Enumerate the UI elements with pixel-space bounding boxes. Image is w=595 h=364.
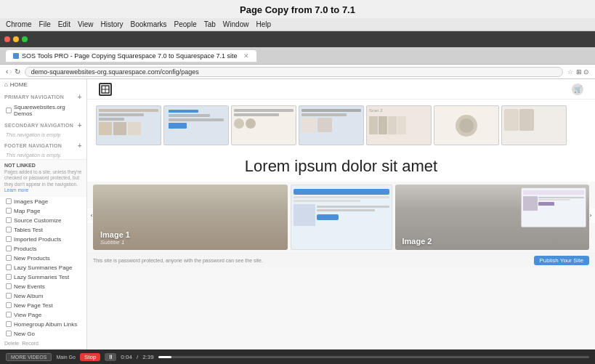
sidebar-page-item[interactable]: New Events: [0, 282, 86, 291]
footer-nav-label: FOOTER NAVIGATION: [4, 143, 62, 148]
sidebar-page-item[interactable]: New Products: [0, 254, 86, 263]
secondary-nav-header: SECONDARY NAVIGATION +: [0, 118, 86, 131]
page-label: Lazy Summaries Page: [14, 264, 72, 271]
sidebar-page-item[interactable]: New Album: [0, 291, 86, 301]
gallery-thumb-3[interactable]: [231, 105, 296, 145]
sidebar-item-squarespace[interactable]: Squarewebsites.org Demos: [0, 102, 86, 118]
password-note: This site is password protected, anyone …: [93, 258, 263, 263]
pause-button[interactable]: ⏸: [105, 353, 116, 361]
primary-nav-add-button[interactable]: +: [78, 93, 82, 101]
not-linked-desc: Pages added to a site, unless they're ch…: [4, 169, 82, 194]
gallery-thumb-2[interactable]: [163, 105, 229, 145]
page-icon: [6, 108, 12, 113]
bookmark-icon[interactable]: ☆: [567, 68, 573, 76]
sidebar-page-item[interactable]: Imported Products: [0, 235, 86, 244]
page-label: New Album: [14, 293, 43, 299]
page-icon: [6, 283, 12, 289]
image-card-1-inner: Image 1 Subtitle 1: [93, 226, 137, 250]
sidebar-page-item[interactable]: Lazy Summaries Test: [0, 272, 86, 282]
page-icon: [6, 293, 12, 299]
gallery-thumb-6[interactable]: [434, 105, 499, 145]
gallery-thumb-1[interactable]: [96, 105, 161, 145]
back-icon[interactable]: ‹: [6, 68, 8, 76]
record-label[interactable]: Record: [22, 341, 39, 346]
minimize-button[interactable]: [13, 36, 19, 42]
page-icon: [6, 302, 12, 308]
menu-people[interactable]: People: [174, 20, 197, 28]
footer-nav-empty-text: This navigation is empty.: [6, 153, 62, 158]
browser-chrome: [0, 31, 595, 47]
menu-history[interactable]: History: [100, 20, 123, 28]
bottom-toolbar: MORE VIDEOS Main Go Stop ⏸ 0:04 / 2:39: [0, 349, 595, 364]
learn-more-link[interactable]: Learn more: [4, 187, 28, 193]
page-icon: [6, 198, 12, 204]
card2-screenshot: [521, 187, 586, 227]
menu-window[interactable]: Window: [223, 20, 249, 28]
page-icon: [6, 274, 12, 280]
page-label: Homegroup Album Links: [14, 321, 77, 328]
sidebar-page-item[interactable]: Lazy Summaries Page: [0, 263, 86, 272]
menu-chrome[interactable]: Chrome: [6, 20, 32, 28]
page-icon: [6, 312, 12, 318]
secondary-nav-add-button[interactable]: +: [78, 121, 82, 129]
sidebar-page-item[interactable]: New Page Test: [0, 301, 86, 310]
sidebar-page-item[interactable]: Tables Test: [0, 225, 86, 235]
gallery-thumb-4[interactable]: [299, 105, 364, 145]
page-label: New Go: [14, 331, 35, 337]
sidebar-page-item[interactable]: Homegroup Album Links: [0, 320, 86, 329]
tab-close-icon[interactable]: ✕: [243, 52, 249, 60]
heading-text: Lorem ipsum dolor sit amet: [245, 157, 437, 175]
progress-bar[interactable]: [158, 356, 589, 358]
page-label: Products: [14, 246, 37, 252]
main-go-label: Main Go: [56, 355, 75, 360]
cart-icon[interactable]: 🛒: [572, 84, 583, 95]
sidebar-page-item[interactable]: New Go: [0, 329, 86, 339]
gallery-strip: ‹: [87, 100, 595, 151]
footer-nav-add-button[interactable]: +: [78, 142, 82, 150]
menu-edit[interactable]: Edit: [58, 20, 70, 28]
gallery-thumb-5[interactable]: Scan 2: [366, 105, 432, 145]
time-total: 2:39: [142, 354, 154, 360]
menu-tab[interactable]: Tab: [204, 20, 216, 28]
menu-help[interactable]: Help: [256, 20, 271, 28]
menu-bookmarks[interactable]: Bookmarks: [131, 20, 167, 28]
page-icon: [6, 255, 12, 261]
image-card-2[interactable]: Image 2: [395, 185, 590, 250]
extension-icon[interactable]: ⊞: [576, 68, 582, 76]
maximize-button[interactable]: [22, 36, 28, 42]
profile-icon[interactable]: ⊙: [583, 68, 589, 76]
sidebar-home[interactable]: ⌂ HOME: [0, 79, 86, 90]
sidebar-pages-list: Images PageMap PageSource CustomizeTable…: [0, 197, 86, 339]
window-title: Page Copy from 7.0 to 7.1: [0, 0, 595, 18]
sidebar-page-item[interactable]: Source Customize: [0, 216, 86, 225]
menu-bar: Chrome File Edit View History Bookmarks …: [0, 18, 595, 31]
page-heading: Lorem ipsum dolor sit amet: [87, 151, 595, 182]
tab-bar: SOS Tools PRO - Page Copying Squarespace…: [0, 47, 595, 65]
sidebar-page-item[interactable]: View Page: [0, 310, 86, 320]
stop-button[interactable]: Stop: [80, 353, 100, 361]
progress-bar-fill: [158, 356, 171, 358]
address-input[interactable]: demo-squarewebsites-org.squarespace.com/…: [25, 67, 563, 77]
reload-icon[interactable]: ↻: [15, 68, 20, 76]
page-top-nav: 🛒: [87, 79, 595, 100]
sidebar-page-item[interactable]: Images Page: [0, 197, 86, 206]
delete-label[interactable]: Delete: [4, 341, 19, 346]
scan-label: Scan 2: [367, 106, 431, 115]
page-label: Images Page: [14, 198, 48, 205]
publish-button[interactable]: Publish Your Site: [534, 256, 590, 265]
sidebar-page-item[interactable]: Map Page: [0, 206, 86, 216]
sidebar-page-item[interactable]: Products: [0, 244, 86, 254]
forward-icon[interactable]: ›: [9, 68, 12, 76]
more-videos-button[interactable]: MORE VIDEOS: [6, 353, 52, 361]
main-content: ⌂ HOME PRIMARY NAVIGATION + Squarewebsit…: [0, 79, 595, 352]
page-icon: [6, 321, 12, 327]
active-tab[interactable]: SOS Tools PRO - Page Copying Squarespace…: [6, 50, 256, 62]
page-label: Source Customize: [14, 217, 61, 224]
menu-file[interactable]: File: [39, 20, 51, 28]
gallery-thumb-7[interactable]: [501, 105, 567, 145]
menu-view[interactable]: View: [78, 20, 94, 28]
close-button[interactable]: [4, 36, 10, 42]
image-card-1[interactable]: Image 1 Subtitle 1: [93, 185, 288, 250]
time-current: 0:04: [121, 354, 132, 360]
page-label: Tables Test: [14, 227, 43, 233]
